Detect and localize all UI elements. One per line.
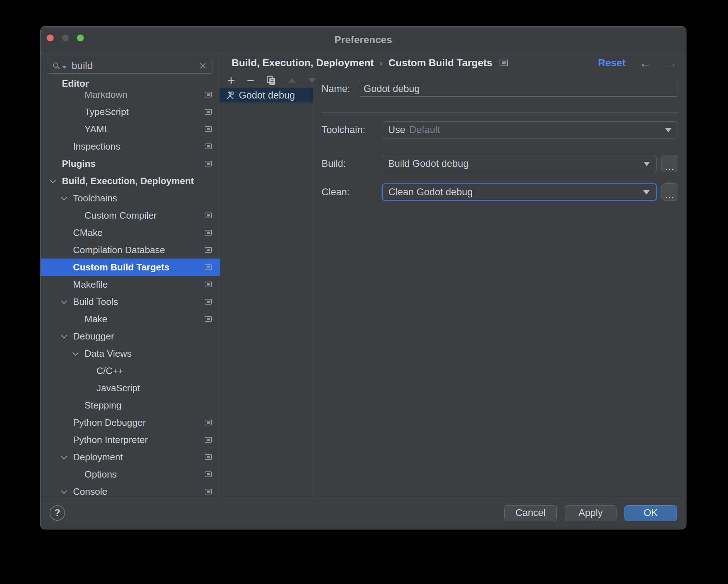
settings-preview-icon (205, 282, 212, 287)
titlebar[interactable]: Preferences (41, 27, 686, 53)
back-arrow-icon[interactable]: ← (639, 57, 651, 69)
window-title: Preferences (335, 34, 392, 46)
build-targets-list-panel: + − (220, 73, 313, 497)
clean-value: Clean Godot debug (388, 187, 473, 198)
settings-preview-icon (205, 92, 212, 97)
sidebar-item-toolchains[interactable]: Toolchains (41, 190, 220, 207)
sidebar-item-make[interactable]: Make (41, 310, 220, 328)
build-label: Build: (322, 158, 382, 169)
settings-preview-icon (205, 230, 212, 236)
settings-preview-icon (205, 264, 212, 270)
settings-preview-icon (205, 126, 212, 132)
sidebar-item-deployment[interactable]: Deployment (41, 448, 220, 466)
chevron-down-icon[interactable] (62, 491, 73, 493)
sidebar-item-python-debugger[interactable]: Python Debugger (41, 414, 220, 431)
sidebar-item-makefile[interactable]: Makefile (41, 276, 220, 293)
toolchain-label: Toolchain: (322, 124, 382, 136)
sidebar-item-data-views[interactable]: Data Views (41, 345, 220, 362)
sidebar-item-build-tools[interactable]: Build Tools (41, 293, 220, 310)
forward-arrow-icon[interactable]: → (665, 57, 677, 69)
settings-preview-icon (500, 60, 508, 66)
settings-preview-icon (205, 213, 212, 218)
sidebar-item-label: Makefile (73, 279, 108, 290)
sidebar-item-plugins[interactable]: Plugins (41, 155, 220, 172)
chevron-down-icon[interactable] (62, 335, 73, 338)
breadcrumb-parent[interactable]: Build, Execution, Deployment (232, 57, 374, 69)
form-divider (322, 112, 678, 113)
sidebar-item-label: Custom Compiler (85, 210, 157, 221)
sidebar-item-label: Plugins (62, 158, 96, 169)
chevron-down-icon[interactable] (73, 352, 85, 355)
settings-preview-icon (205, 143, 212, 149)
settings-preview-icon (205, 420, 212, 425)
sidebar-item-custom-build-targets[interactable]: Custom Build Targets (41, 259, 220, 276)
sidebar-item-label: Make (85, 314, 108, 325)
sidebar-item-inspections[interactable]: Inspections (41, 138, 220, 155)
build-targets-list: Godot debug (220, 88, 313, 497)
clean-dropdown[interactable]: Clean Godot debug (382, 183, 657, 201)
sidebar-item-console[interactable]: Console (41, 483, 220, 497)
zoom-button[interactable] (77, 35, 84, 41)
search-icon (52, 61, 61, 70)
settings-preview-icon (205, 489, 212, 494)
settings-header: Build, Execution, Deployment › Custom Bu… (220, 53, 686, 73)
copy-icon[interactable] (266, 75, 276, 86)
clean-label: Clean: (322, 187, 382, 198)
sidebar-item-stepping[interactable]: Stepping (41, 397, 220, 414)
toolchain-dropdown[interactable]: Use Default (382, 121, 678, 138)
dialog-footer: ? Cancel Apply OK (41, 497, 686, 529)
clean-more-button[interactable]: ... (661, 183, 678, 201)
sidebar-item-label: Stepping (85, 400, 122, 411)
add-icon[interactable]: + (227, 75, 235, 86)
search-input[interactable] (71, 60, 198, 72)
build-dropdown[interactable]: Build Godot debug (382, 155, 657, 172)
sidebar-item-label: Deployment (73, 452, 123, 463)
help-button[interactable]: ? (50, 505, 65, 521)
close-button[interactable] (47, 35, 54, 41)
chevron-down-icon[interactable] (62, 301, 73, 303)
sidebar-item-label: CMake (73, 227, 103, 238)
sidebar-item-custom-compiler[interactable]: Custom Compiler (41, 207, 220, 224)
search-area (41, 53, 220, 75)
search-options-chevron-icon[interactable] (62, 66, 67, 69)
minimize-button[interactable] (62, 35, 69, 41)
apply-button[interactable]: Apply (565, 505, 616, 521)
breadcrumb-current: Custom Build Targets (388, 57, 492, 69)
name-field[interactable] (358, 81, 678, 97)
sidebar-item-javascript[interactable]: JavaScript (41, 379, 220, 397)
move-up-icon[interactable] (288, 75, 296, 86)
list-toolbar: + − (220, 73, 313, 88)
list-item-godot-debug[interactable]: Godot debug (220, 88, 313, 102)
cancel-button[interactable]: Cancel (504, 505, 557, 521)
chevron-down-icon[interactable] (62, 197, 73, 200)
settings-preview-icon (205, 437, 212, 443)
sidebar-item-options[interactable]: Options (41, 466, 220, 483)
build-more-button[interactable]: ... (661, 155, 678, 172)
settings-preview-icon (205, 316, 212, 322)
chevron-down-icon[interactable] (51, 180, 62, 182)
sidebar-item-label: JavaScript (96, 383, 140, 394)
sidebar-item-cmake[interactable]: CMake (41, 224, 220, 241)
sidebar-item-build-execution-deployment[interactable]: Build, Execution, Deployment (41, 172, 220, 190)
reset-link[interactable]: Reset (598, 57, 625, 69)
sidebar-item-compilation-database[interactable]: Compilation Database (41, 241, 220, 259)
sidebar-item-c-c[interactable]: C/C++ (41, 362, 220, 379)
preferences-window: Preferences (41, 27, 686, 529)
ok-button[interactable]: OK (624, 505, 677, 521)
sidebar-item-python-interpreter[interactable]: Python Interpreter (41, 431, 220, 448)
settings-sidebar: EditorMarkdownTypeScriptYAMLInspectionsP… (41, 53, 220, 497)
sidebar-item-debugger[interactable]: Debugger (41, 328, 220, 345)
chevron-down-icon[interactable] (62, 456, 73, 458)
clear-search-icon[interactable] (198, 61, 208, 70)
sidebar-item-label: Debugger (73, 331, 114, 342)
chevron-down-icon (643, 190, 650, 195)
sidebar-item-label: Build Tools (73, 296, 118, 307)
sidebar-item-yaml[interactable]: YAML (41, 120, 220, 138)
search-field[interactable] (47, 58, 213, 74)
traffic-lights (47, 35, 84, 41)
sidebar-item-editor[interactable]: Editor (41, 75, 220, 92)
settings-preview-icon (205, 471, 212, 477)
sidebar-item-typescript[interactable]: TypeScript (41, 103, 220, 120)
chevron-down-icon (643, 162, 650, 166)
remove-icon[interactable]: − (247, 75, 254, 86)
